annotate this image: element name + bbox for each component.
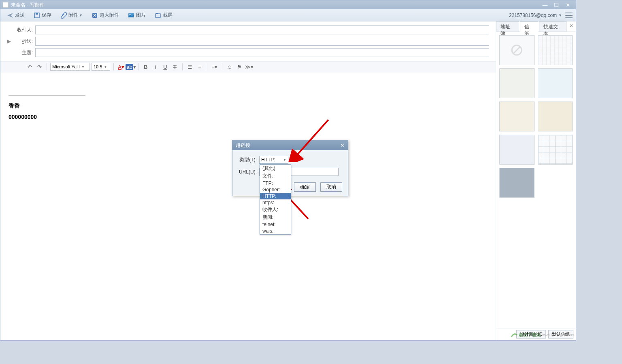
dialog-close-button[interactable]: ✕ — [340, 142, 345, 148]
url-label: URL(U): — [238, 169, 259, 175]
compose-window: 未命名 - 写邮件 — ☐ ✕ 发送 保存 附件 ▼ 超大附件 图片 截屏 — [0, 0, 576, 341]
window-title: 未命名 - 写邮件 — [11, 2, 45, 8]
type-option[interactable]: FTP: — [260, 180, 291, 186]
close-button[interactable]: ✕ — [562, 2, 573, 8]
stationery-item[interactable] — [538, 135, 573, 165]
type-option[interactable]: 收件人: — [260, 206, 291, 214]
tab-stationery[interactable]: 信纸 — [520, 21, 538, 32]
flag-button[interactable]: ⚑ — [234, 62, 244, 71]
chevron-down-icon: ▼ — [283, 158, 286, 162]
ul-button[interactable]: ≡ — [195, 62, 204, 71]
sidebar-footer: 设计新信纸 默认信纸 — [496, 328, 576, 340]
save-label: 保存 — [42, 12, 51, 19]
redo-button[interactable]: ↷ — [34, 62, 44, 71]
to-label: 收件人: — [11, 27, 35, 34]
emoji-button[interactable]: ☺ — [225, 62, 234, 71]
stationery-item[interactable] — [499, 68, 535, 98]
svg-rect-1 — [36, 13, 38, 15]
tab-quicktext[interactable]: 快速文本 — [539, 21, 567, 32]
type-option[interactable]: (其他) — [260, 165, 291, 172]
svg-line-8 — [513, 47, 520, 54]
dialog-title: 超链接 — [236, 142, 250, 149]
menu-icon[interactable] — [565, 13, 573, 18]
design-stationery-button[interactable]: 设计新信纸 — [516, 330, 546, 339]
expand-toggle[interactable]: ▶ — [7, 38, 11, 44]
attach-button[interactable]: 附件 ▼ — [57, 11, 86, 19]
type-option[interactable]: https: — [260, 199, 291, 206]
sidebar: 地址簿 信纸 快速文本 ✕ 设计新信纸 默认信纸 — [496, 21, 576, 340]
signature-line1: 香香 — [9, 102, 488, 110]
bigattach-icon — [92, 12, 98, 19]
ok-button[interactable]: 确定 — [294, 182, 316, 192]
align-button[interactable]: ≡▾ — [210, 62, 219, 71]
cc-label: 抄送: — [11, 38, 35, 45]
attach-label: 附件 — [68, 12, 78, 19]
account-email: 2215788156@qq.com — [509, 13, 557, 18]
stationery-item[interactable] — [499, 168, 535, 198]
type-option[interactable]: HTTP: — [260, 193, 291, 199]
attach-icon — [60, 12, 67, 19]
bold-button[interactable]: B — [141, 62, 151, 71]
minimize-button[interactable]: — — [539, 2, 551, 8]
signature-separator — [9, 95, 85, 96]
maximize-button[interactable]: ☐ — [551, 2, 562, 8]
cancel-button[interactable]: 取消 — [320, 182, 342, 192]
type-option[interactable]: Gopher: — [260, 186, 291, 193]
type-option[interactable]: wais: — [260, 228, 291, 234]
ol-button[interactable]: ☰ — [185, 62, 195, 71]
image-icon — [128, 12, 134, 19]
titlebar: 未命名 - 写邮件 — ☐ ✕ — [0, 0, 576, 9]
image-button[interactable]: 图片 — [125, 11, 149, 19]
bigattach-label: 超大附件 — [100, 12, 119, 19]
type-label: 类型(T): — [238, 157, 259, 163]
editor-body[interactable]: 香香 000000000 — [0, 72, 496, 340]
stationery-item[interactable] — [538, 68, 573, 98]
stationery-item[interactable] — [499, 102, 535, 131]
stationery-item[interactable] — [499, 135, 535, 165]
tab-addressbook[interactable]: 地址簿 — [496, 21, 519, 32]
screenshot-button[interactable]: 截屏 — [151, 11, 176, 19]
app-icon — [3, 2, 9, 8]
type-value: HTTP: — [261, 157, 275, 163]
underline-button[interactable]: U — [160, 62, 170, 71]
save-button[interactable]: 保存 — [30, 11, 55, 19]
cc-input[interactable] — [35, 37, 489, 46]
format-toolbar: ↶ ↷ Microsoft YaH▼ 10.5▼ A▾ ab▾ B I U T̶… — [0, 61, 496, 72]
italic-button[interactable]: I — [151, 62, 160, 71]
bigattach-button[interactable]: 超大附件 — [88, 11, 122, 19]
sidebar-tabs: 地址簿 信纸 快速文本 ✕ — [496, 21, 576, 32]
send-icon — [7, 12, 13, 19]
image-label: 图片 — [136, 12, 146, 19]
subject-label: 主题: — [11, 49, 35, 56]
undo-button[interactable]: ↶ — [25, 62, 34, 71]
subject-input[interactable] — [35, 48, 489, 57]
screenshot-label: 截屏 — [163, 12, 173, 19]
type-option[interactable]: 文件: — [260, 172, 291, 180]
type-option[interactable]: telnet: — [260, 221, 291, 228]
stationery-item[interactable] — [538, 102, 573, 131]
screenshot-icon — [155, 12, 161, 19]
send-label: 发送 — [15, 12, 25, 19]
svg-rect-6 — [156, 13, 158, 14]
svg-rect-5 — [156, 14, 160, 17]
type-select[interactable]: HTTP: ▼ — [259, 156, 288, 164]
default-stationery-button[interactable]: 默认信纸 — [548, 330, 573, 339]
fontcolor-button[interactable]: A▾ — [116, 62, 126, 71]
highlight-button[interactable]: ab▾ — [126, 62, 136, 71]
stationery-item[interactable] — [538, 35, 573, 65]
stationery-none[interactable] — [499, 35, 535, 65]
account-selector[interactable]: 2215788156@qq.com ▼ — [509, 13, 562, 18]
send-button[interactable]: 发送 — [4, 11, 28, 19]
type-option[interactable]: 新闻: — [260, 214, 291, 221]
signature-line2: 000000000 — [9, 114, 488, 120]
fontfx-button[interactable]: T̶ — [170, 62, 180, 71]
fontsize-select[interactable]: 10.5▼ — [92, 63, 110, 71]
more-format-button[interactable]: ≫▾ — [244, 62, 254, 71]
sidebar-close[interactable]: ✕ — [567, 21, 576, 32]
attach-dropdown-arrow[interactable]: ▼ — [79, 13, 83, 17]
save-icon — [34, 12, 40, 19]
dialog-titlebar: 超链接 ✕ — [232, 140, 348, 150]
font-select[interactable]: Microsoft YaH▼ — [50, 63, 90, 71]
to-input[interactable] — [35, 25, 489, 34]
header-fields: 收件人: ▶ 抄送: 主题: — [0, 21, 496, 61]
